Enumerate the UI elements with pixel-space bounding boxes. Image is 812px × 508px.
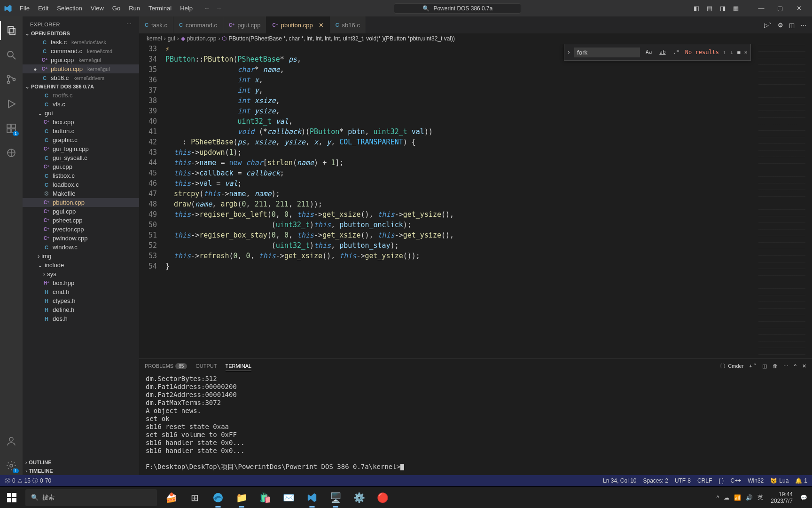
folder-item[interactable]: ⌄include (23, 261, 139, 270)
activity-scm-icon[interactable] (0, 70, 23, 89)
start-button[interactable] (1, 487, 23, 508)
file-item[interactable]: C⁺pbutton.cpp (23, 198, 139, 207)
activity-debug-icon[interactable] (0, 95, 23, 113)
terminal-new-icon[interactable]: + ˅ (749, 363, 756, 369)
status-language[interactable]: C++ (731, 477, 742, 484)
status-port[interactable]: Win32 (748, 477, 764, 484)
tray-ime[interactable]: 英 (757, 493, 763, 501)
sidebar-more-icon[interactable]: ⋯ (126, 21, 132, 27)
file-item[interactable]: C⁺box.cpp (23, 118, 139, 127)
status-cursor-pos[interactable]: Ln 34, Col 10 (603, 477, 636, 484)
editor-tab[interactable]: Ctask.c (139, 16, 173, 33)
find-prev-icon[interactable]: ↑ (723, 47, 726, 57)
file-item[interactable]: C⁺gui_login.cpp (23, 144, 139, 153)
editor-tab[interactable]: Csb16.c (330, 16, 366, 33)
panel-more-icon[interactable]: ⋯ (783, 363, 789, 369)
status-eol[interactable]: CRLF (697, 477, 712, 484)
find-next-icon[interactable]: ↓ (730, 47, 733, 57)
minimap[interactable] (758, 44, 805, 358)
tab-settings-icon[interactable]: ⚙ (778, 22, 783, 29)
taskbar-app-store[interactable]: 🛍️ (254, 487, 276, 508)
tray-chevron-icon[interactable]: ^ (717, 494, 719, 501)
taskbar-app-settings[interactable]: ⚙️ (348, 487, 370, 508)
taskbar-app-vscode[interactable] (301, 487, 323, 508)
activity-teams-icon[interactable] (0, 143, 23, 162)
status-lang-brace[interactable]: { } (718, 477, 724, 484)
menu-go[interactable]: Go (109, 3, 124, 14)
file-item[interactable]: Hdefine.h (23, 305, 139, 314)
layout-sidebar-right-icon[interactable]: ◨ (720, 5, 726, 12)
file-item[interactable]: H⁺box.hpp (23, 278, 139, 287)
status-encoding[interactable]: UTF-8 (675, 477, 691, 484)
timeline-header[interactable]: ›TIMELINE (23, 467, 139, 475)
tray-wifi-icon[interactable]: 📶 (734, 494, 741, 501)
tray-volume-icon[interactable]: 🔊 (746, 494, 753, 501)
breadcrumb[interactable]: kernel › gui › ◆ pbutton.cpp › ⬡ PButton… (139, 33, 812, 44)
taskbar-search[interactable]: 🔍搜索 (25, 489, 157, 506)
editor-tab[interactable]: C⁺pgui.cpp (223, 16, 266, 33)
file-item[interactable]: Hctypes.h (23, 296, 139, 305)
folder-item[interactable]: ›sys (23, 270, 139, 278)
find-selection-icon[interactable]: ≡ (737, 47, 741, 57)
file-item[interactable]: Crootfs.c (23, 91, 139, 100)
editor-tab[interactable]: Ccommand.c (173, 16, 223, 33)
terminal-kill-icon[interactable]: 🗑 (773, 363, 778, 369)
file-item[interactable]: ⚙Makefile (23, 189, 139, 198)
nav-back-icon[interactable]: ← (204, 5, 210, 12)
layout-panel-icon[interactable]: ▤ (707, 5, 712, 12)
code-editor[interactable]: 3334353637383940414243444546474849505152… (139, 44, 812, 358)
find-case-icon[interactable]: Aa (644, 46, 654, 58)
activity-search-icon[interactable] (0, 46, 23, 64)
terminal-output[interactable]: dm.SectorBytes:512 dm.Fat1Address:000002… (139, 373, 812, 475)
panel-close-icon[interactable]: ✕ (802, 363, 806, 369)
window-close-icon[interactable]: ✕ (789, 1, 808, 16)
activity-explorer-icon[interactable] (0, 21, 23, 40)
file-item[interactable]: Cgraphic.c (23, 135, 139, 144)
panel-maximize-icon[interactable]: ^ (794, 363, 796, 369)
panel-tab-terminal[interactable]: TERMINAL (226, 361, 252, 371)
menu-terminal[interactable]: Terminal (145, 3, 175, 14)
editor-tab[interactable]: C⁺pbutton.cpp✕ (266, 16, 329, 33)
menu-file[interactable]: File (16, 3, 33, 14)
tray-notifications-icon[interactable]: 💬 (800, 494, 807, 501)
taskbar-app-cake[interactable]: 🍰 (160, 487, 182, 508)
close-icon[interactable]: ● (32, 66, 39, 72)
activity-account-icon[interactable] (0, 432, 23, 451)
menu-help[interactable]: Help (176, 3, 196, 14)
taskbar-taskview-icon[interactable]: ⊞ (183, 487, 206, 508)
status-lua[interactable]: 😺 Lua (770, 477, 789, 484)
activity-settings-icon[interactable]: 1 (0, 456, 23, 475)
file-item[interactable]: Cwindow.c (23, 243, 139, 252)
menu-selection[interactable]: Selection (53, 3, 86, 14)
folder-item[interactable]: ›img (23, 252, 139, 261)
file-item[interactable]: Cvfs.c (23, 100, 139, 109)
nav-forward-icon[interactable]: → (216, 5, 222, 12)
tray-clock[interactable]: 19:44 2023/7/7 (768, 491, 796, 504)
taskbar-app-mail[interactable]: ✉️ (277, 487, 300, 508)
open-editor-item[interactable]: ●C⁺pbutton.cppkernel\gui (23, 64, 139, 73)
tab-close-icon[interactable]: ✕ (319, 22, 324, 29)
open-editor-item[interactable]: ✕C⁺pgui.cppkernel\gui (23, 56, 139, 64)
run-dropdown-icon[interactable]: ▷˅ (764, 22, 772, 29)
terminal-profile-icon[interactable]: 〔〕Cmder (718, 363, 743, 370)
file-item[interactable]: Hdos.h (23, 314, 139, 323)
terminal-split-icon[interactable]: ◫ (762, 363, 767, 369)
split-editor-icon[interactable]: ◫ (789, 22, 795, 29)
window-maximize-icon[interactable]: ▢ (771, 1, 789, 16)
window-minimize-icon[interactable]: — (752, 1, 771, 16)
file-item[interactable]: Clistbox.c (23, 171, 139, 180)
open-editor-item[interactable]: ✕Ccommand.ckernel\cmd (23, 47, 139, 56)
file-item[interactable]: C⁺pgui.cpp (23, 207, 139, 216)
file-item[interactable]: Hcmd.h (23, 287, 139, 296)
taskbar-app-edge[interactable] (207, 487, 229, 508)
status-spaces[interactable]: Spaces: 2 (643, 477, 668, 484)
project-header[interactable]: ⌄POWERINT DOS 386 0.7A (23, 82, 139, 91)
layout-sidebar-left-icon[interactable]: ◧ (694, 5, 699, 12)
status-errors[interactable]: ⓧ 0 ⚠ 15 ⓘ 0 70 (5, 477, 51, 485)
file-item[interactable]: Cbutton.c (23, 127, 139, 135)
tab-more-icon[interactable]: ⋯ (800, 22, 806, 29)
file-item[interactable]: C⁺pwindow.cpp (23, 234, 139, 243)
menu-run[interactable]: Run (125, 3, 144, 14)
status-bell[interactable]: 🔔 1 (795, 477, 807, 484)
activity-extensions-icon[interactable]: 1 (0, 119, 23, 138)
